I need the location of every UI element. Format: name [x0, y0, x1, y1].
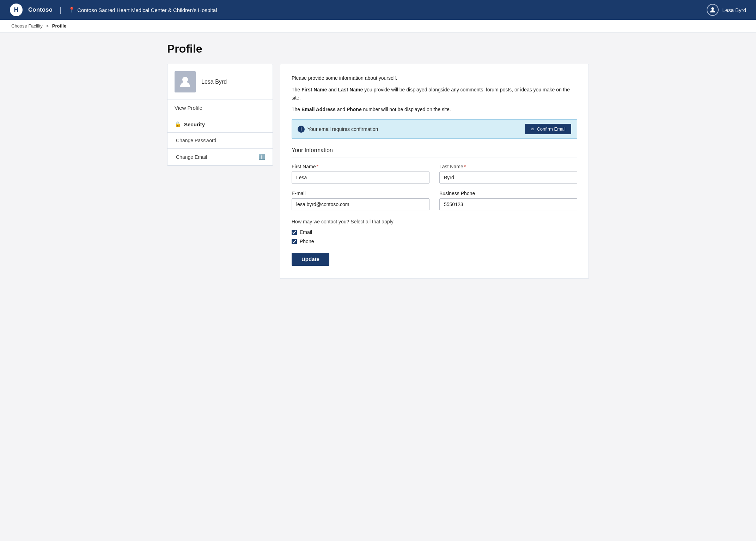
bold-phone: Phone: [347, 107, 362, 112]
breadcrumb-current: Profile: [52, 23, 66, 29]
lock-icon: 🔒: [175, 121, 181, 127]
checkbox-phone-item[interactable]: Phone: [292, 239, 577, 244]
contact-question: How may we contact you? Select all that …: [292, 219, 577, 224]
bold-email: Email Address: [301, 107, 336, 112]
first-name-input[interactable]: [292, 172, 429, 184]
sidebar-profile: Lesa Byrd: [167, 64, 273, 100]
email-label: E-mail: [292, 191, 429, 196]
checkbox-email[interactable]: [292, 230, 297, 235]
sidebar-avatar-container: [175, 71, 196, 92]
contact-section: How may we contact you? Select all that …: [292, 219, 577, 244]
header-brand: Contoso: [28, 6, 53, 13]
name-row: First Name* Last Name*: [292, 164, 577, 184]
header-logo: H: [10, 4, 23, 16]
phone-group: Business Phone: [439, 191, 577, 210]
first-name-required: *: [316, 164, 318, 169]
user-icon: [709, 6, 717, 14]
sidebar-user-name: Lesa Byrd: [201, 79, 227, 85]
first-name-label: First Name*: [292, 164, 429, 169]
bold-first-name: First Name: [301, 87, 327, 92]
sidebar-item-view-profile[interactable]: View Profile: [167, 100, 273, 116]
header-divider: |: [60, 6, 61, 14]
warn-icon: ℹ️: [258, 154, 266, 160]
last-name-input[interactable]: [439, 172, 577, 184]
sidebar: Lesa Byrd View Profile 🔒 Security Change…: [167, 64, 273, 166]
checkbox-email-item[interactable]: Email: [292, 229, 577, 235]
last-name-label: Last Name*: [439, 164, 577, 169]
content-layout: Lesa Byrd View Profile 🔒 Security Change…: [167, 64, 589, 279]
sidebar-item-change-email[interactable]: Change Email ℹ️: [167, 149, 273, 166]
email-confirm-banner: i Your email requires confirmation ✉ Con…: [292, 119, 577, 139]
header-facility: 📍 Contoso Sacred Heart Medical Center & …: [68, 7, 217, 13]
last-name-group: Last Name*: [439, 164, 577, 184]
email-confirm-left: i Your email requires confirmation: [298, 126, 378, 133]
update-button[interactable]: Update: [292, 253, 329, 266]
confirm-email-button[interactable]: ✉ Confirm Email: [525, 124, 571, 134]
breadcrumb: Choose Facility > Profile: [0, 20, 756, 32]
email-group: E-mail: [292, 191, 429, 210]
breadcrumb-separator: >: [46, 23, 49, 29]
checkbox-email-label: Email: [300, 229, 312, 235]
main-container: Profile Lesa Byrd View Profile 🔒 Securit…: [156, 32, 600, 293]
phone-input[interactable]: [439, 198, 577, 210]
header-username: Lesa Byrd: [722, 7, 746, 13]
email-confirm-message: Your email requires confirmation: [307, 126, 378, 132]
your-information-section-title: Your Information: [292, 147, 577, 157]
info-text-2: The First Name and Last Name you provide…: [292, 86, 577, 102]
header-avatar: [707, 4, 719, 16]
last-name-required: *: [464, 164, 466, 169]
svg-point-1: [182, 77, 188, 83]
header-left: H Contoso | 📍 Contoso Sacred Heart Medic…: [10, 4, 217, 16]
checkbox-phone-label: Phone: [300, 239, 314, 244]
sidebar-item-security: 🔒 Security: [167, 116, 273, 133]
first-name-group: First Name*: [292, 164, 429, 184]
sidebar-item-change-password[interactable]: Change Password: [167, 133, 273, 149]
header: H Contoso | 📍 Contoso Sacred Heart Medic…: [0, 0, 756, 20]
checkbox-group: Email Phone: [292, 229, 577, 244]
page-title: Profile: [167, 42, 589, 55]
pin-icon: 📍: [68, 7, 75, 13]
info-text-3: The Email Address and Phone number will …: [292, 106, 577, 114]
info-text-1: Please provide some information about yo…: [292, 74, 577, 82]
phone-label: Business Phone: [439, 191, 577, 196]
main-form: Please provide some information about yo…: [280, 64, 589, 279]
email-input[interactable]: [292, 198, 429, 210]
contact-row: E-mail Business Phone: [292, 191, 577, 210]
bold-last-name: Last Name: [338, 87, 363, 92]
info-circle-icon: i: [298, 126, 305, 133]
avatar-icon: [178, 75, 192, 89]
checkbox-phone[interactable]: [292, 239, 297, 244]
breadcrumb-parent[interactable]: Choose Facility: [11, 23, 43, 29]
svg-point-0: [712, 7, 714, 10]
envelope-icon: ✉: [531, 126, 535, 132]
header-right: Lesa Byrd: [707, 4, 746, 16]
